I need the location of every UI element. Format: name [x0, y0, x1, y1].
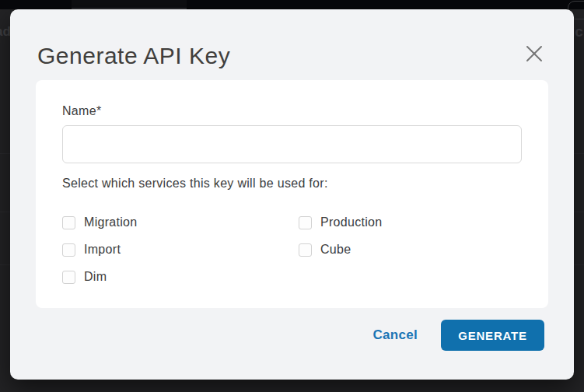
service-checkbox-dim[interactable]: Dim	[62, 270, 299, 284]
service-checkbox-production[interactable]: Production	[299, 215, 383, 229]
name-label: Name*	[62, 104, 522, 118]
services-prompt: Select which services this key will be u…	[62, 177, 522, 191]
service-label: Migration	[84, 215, 138, 229]
cancel-button[interactable]: Cancel	[372, 327, 418, 343]
background-tab	[72, 0, 187, 9]
modal-title: Generate API Key	[37, 44, 230, 68]
service-label: Production	[320, 215, 383, 229]
checkbox-icon[interactable]	[299, 243, 312, 257]
generate-button[interactable]: GENERATE	[441, 320, 544, 351]
x-icon	[525, 44, 544, 63]
checkbox-icon[interactable]	[62, 243, 75, 257]
service-label: Import	[84, 243, 121, 257]
screen: ad ic Generate API Key Name* Select whic…	[0, 0, 584, 392]
service-checkbox-migration[interactable]: Migration	[62, 215, 299, 229]
services-grid: Migration Production Import Cube Dim	[62, 215, 522, 284]
close-icon[interactable]	[522, 41, 547, 66]
service-label: Dim	[84, 270, 107, 284]
checkbox-icon[interactable]	[299, 216, 312, 229]
service-label: Cube	[320, 243, 351, 257]
checkbox-icon[interactable]	[62, 216, 75, 229]
service-checkbox-cube[interactable]: Cube	[299, 243, 383, 257]
checkbox-icon[interactable]	[62, 271, 75, 284]
background-text-left: ad	[0, 24, 11, 40]
name-input[interactable]	[62, 125, 522, 163]
background-header-bar	[0, 0, 584, 9]
form-card: Name* Select which services this key wil…	[36, 80, 548, 308]
generate-api-key-modal: Generate API Key Name* Select which serv…	[10, 9, 574, 380]
service-checkbox-import[interactable]: Import	[62, 243, 299, 257]
modal-footer: Cancel GENERATE	[372, 320, 544, 351]
